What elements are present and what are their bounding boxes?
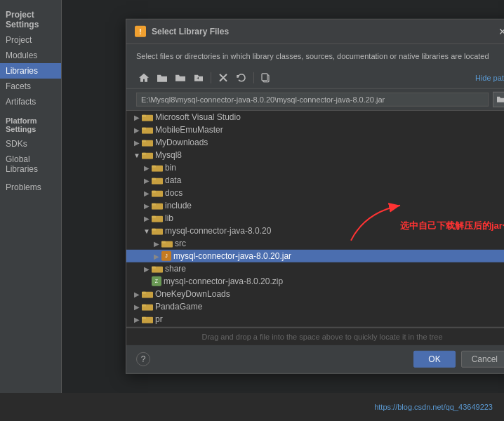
tree-item-src[interactable]: ▶ src xyxy=(126,237,504,250)
open-folder-button[interactable] xyxy=(154,70,170,86)
tree-item-zip-file[interactable]: ▶ Z mysql-connector-java-8.0.20.zip xyxy=(126,275,504,288)
ok-button[interactable]: OK xyxy=(413,351,455,368)
home-button[interactable] xyxy=(136,70,152,86)
sidebar-item-artifacts[interactable]: Artifacts xyxy=(0,94,61,109)
sidebar: Project Settings Project Modules Librari… xyxy=(0,0,62,393)
svg-rect-3 xyxy=(142,115,146,117)
delete-button[interactable] xyxy=(215,70,231,86)
path-row xyxy=(126,89,504,110)
svg-rect-11 xyxy=(152,166,156,168)
expand-arrow-mobileemu[interactable]: ▶ xyxy=(132,126,142,134)
svg-rect-19 xyxy=(152,216,156,218)
tree-item-jar-file[interactable]: ▶ J mysql-connector-java-8.0.20.jar xyxy=(126,250,504,262)
tree-item-mobileemu[interactable]: ▶ MobileEmuMaster xyxy=(126,123,504,136)
tree-item-docs[interactable]: ▶ docs xyxy=(126,187,504,199)
tree-label-share: share xyxy=(165,264,186,274)
tree-label-mysql-connector: mysql-connector-java-8.0.20 xyxy=(165,226,271,236)
expand-arrow-include[interactable]: ▶ xyxy=(142,202,152,210)
dialog-toolbar: Hide path xyxy=(126,67,504,89)
tree-label-onekeydownloads: OneKeyDownLoads xyxy=(155,289,230,299)
svg-rect-15 xyxy=(152,191,156,193)
tree-item-pandagame[interactable]: ▶ PandaGame xyxy=(126,300,504,313)
refresh-button[interactable] xyxy=(234,70,249,86)
copy-button[interactable] xyxy=(258,70,274,86)
tree-label-src: src xyxy=(175,239,186,248)
tree-item-data[interactable]: ▶ data xyxy=(126,174,504,187)
path-browse-button[interactable] xyxy=(493,92,504,107)
expand-arrow-lib[interactable]: ▶ xyxy=(142,215,152,222)
tree-item-microsoft[interactable]: ▶ Microsoft Visual Studio xyxy=(126,111,504,123)
tree-label-docs: docs xyxy=(165,188,183,198)
hide-path-link[interactable]: Hide path xyxy=(475,74,504,82)
svg-rect-21 xyxy=(152,229,156,231)
svg-rect-7 xyxy=(142,140,146,142)
expand-arrow-mysql8[interactable]: ▼ xyxy=(132,152,142,159)
drag-drop-hint: Drag and drop a file into the space abov… xyxy=(126,328,504,345)
tree-item-mydownloads[interactable]: ▶ MyDownloads xyxy=(126,136,504,149)
svg-rect-13 xyxy=(152,178,156,180)
sidebar-item-modules[interactable]: Modules xyxy=(0,48,61,63)
expand-arrow-src[interactable]: ▶ xyxy=(152,240,161,248)
expand-arrow-bin[interactable]: ▶ xyxy=(142,164,152,172)
jar-icon: J xyxy=(161,251,171,261)
tree-item-share[interactable]: ▶ share xyxy=(126,262,504,275)
expand-arrow-share[interactable]: ▶ xyxy=(142,265,152,273)
tree-item-lib[interactable]: ▶ lib xyxy=(126,212,504,225)
toolbar-separator-1 xyxy=(211,72,211,83)
tree-label-mysql8: Mysql8 xyxy=(155,150,182,160)
path-input[interactable] xyxy=(136,93,489,107)
svg-rect-5 xyxy=(142,128,146,130)
tree-item-bin[interactable]: ▶ bin xyxy=(126,161,504,174)
close-button[interactable]: ✕ xyxy=(496,25,504,38)
sidebar-item-sdks[interactable]: SDKs xyxy=(0,136,61,152)
sidebar-item-global-libraries[interactable]: Global Libraries xyxy=(0,152,61,177)
tree-item-mysql8[interactable]: ▼ Mysql8 xyxy=(126,149,504,161)
expand-arrow-onekeydownloads[interactable]: ▶ xyxy=(132,290,142,298)
expand-arrow-mydownloads[interactable]: ▶ xyxy=(132,139,142,147)
svg-rect-1 xyxy=(262,74,267,81)
dialog-description: Select files or directories in which lib… xyxy=(126,44,504,67)
expand-arrow-mysql-connector[interactable]: ▼ xyxy=(142,227,152,235)
tree-label-microsoft: Microsoft Visual Studio xyxy=(155,112,241,122)
tree-item-onekeydownloads[interactable]: ▶ OneKeyDownLoads xyxy=(126,288,504,300)
tree-label-zip-file: mysql-connector-java-8.0.20.zip xyxy=(164,276,283,286)
cancel-button[interactable]: Cancel xyxy=(461,351,504,368)
expand-arrow-jar[interactable]: ▶ xyxy=(152,253,161,260)
sidebar-item-problems[interactable]: Problems xyxy=(0,177,61,198)
file-tree[interactable]: ▶ Microsoft Visual Studio ▶ MobileEmuMas… xyxy=(126,110,504,328)
tree-label-lib: lib xyxy=(165,213,173,223)
svg-rect-23 xyxy=(161,241,166,243)
dialog-title: Select Library Files xyxy=(152,27,229,36)
svg-rect-17 xyxy=(152,203,156,206)
tree-label-pandagame: PandaGame xyxy=(155,302,202,312)
help-button[interactable]: ? xyxy=(136,352,150,366)
tree-label-data: data xyxy=(165,175,181,185)
folder-up-button[interactable] xyxy=(191,70,206,86)
toolbar-separator-2 xyxy=(253,72,254,83)
tree-item-pr[interactable]: ▶ pr xyxy=(126,313,504,326)
dialog-titlebar-left: ! Select Library Files xyxy=(135,26,229,37)
dialog-footer: ? OK Cancel xyxy=(126,345,504,373)
expand-arrow-pr[interactable]: ▶ xyxy=(132,316,142,323)
sidebar-item-facets[interactable]: Facets xyxy=(0,79,61,94)
svg-rect-9 xyxy=(142,153,146,155)
svg-rect-25 xyxy=(152,267,156,269)
sidebar-item-libraries[interactable]: Libraries xyxy=(0,63,61,79)
tree-label-bin: bin xyxy=(165,163,176,173)
tree-label-jar-file: mysql-connector-java-8.0.20.jar xyxy=(173,251,291,261)
csdn-url: https://blog.csdn.net/qq_43649223 xyxy=(374,403,493,411)
tree-item-mysql-connector[interactable]: ▼ mysql-connector-java-8.0.20 xyxy=(126,225,504,237)
tree-label-pr: pr xyxy=(155,314,163,324)
platform-settings-title: Platform Settings xyxy=(0,109,61,136)
tree-label-include: include xyxy=(165,201,192,210)
dialog-icon: ! xyxy=(135,26,146,37)
expand-arrow-data[interactable]: ▶ xyxy=(142,177,152,185)
expand-arrow-microsoft[interactable]: ▶ xyxy=(132,114,142,121)
tree-item-include[interactable]: ▶ include xyxy=(126,199,504,212)
sidebar-item-project[interactable]: Project xyxy=(0,32,61,48)
expand-arrow-pandagame[interactable]: ▶ xyxy=(132,303,142,311)
expand-arrow-docs[interactable]: ▶ xyxy=(142,189,152,197)
new-folder-button[interactable] xyxy=(173,70,188,86)
dialog-titlebar: ! Select Library Files ✕ xyxy=(126,20,504,44)
dialog-overlay: ! Select Library Files ✕ Select files or… xyxy=(62,0,504,393)
